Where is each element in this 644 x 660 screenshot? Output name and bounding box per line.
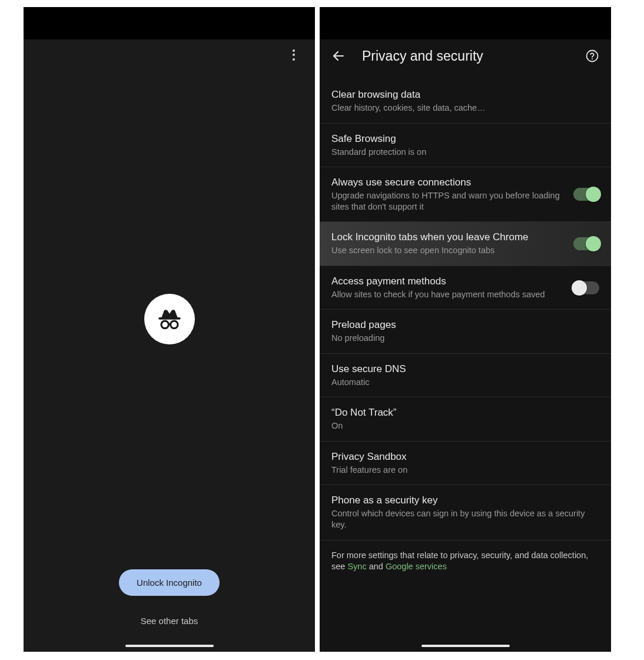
setting-row[interactable]: Safe BrowsingStandard protection is on xyxy=(320,124,611,168)
setting-text: Preload pagesNo preloading xyxy=(331,319,599,344)
google-services-link[interactable]: Google services xyxy=(386,562,447,571)
toggle-thumb xyxy=(572,280,587,296)
setting-text: Phone as a security keyControl which dev… xyxy=(331,495,599,530)
toggle-thumb xyxy=(586,236,601,251)
setting-row[interactable]: Phone as a security keyControl which dev… xyxy=(320,485,611,540)
setting-row[interactable]: “Do Not Track”On xyxy=(320,397,611,442)
setting-subtitle: Trial features are on xyxy=(331,465,599,476)
setting-title: “Do Not Track” xyxy=(331,407,599,419)
sync-link[interactable]: Sync xyxy=(347,562,366,571)
setting-subtitle: Use screen lock to see open Incognito ta… xyxy=(331,245,565,256)
setting-subtitle: Upgrade navigations to HTTPS and warn yo… xyxy=(331,190,565,212)
setting-text: Safe BrowsingStandard protection is on xyxy=(331,133,599,158)
toggle-switch[interactable] xyxy=(573,281,599,294)
setting-title: Clear browsing data xyxy=(331,89,599,101)
privacy-settings-screen: Privacy and security Clear browsing data… xyxy=(320,39,611,652)
toggle-switch[interactable] xyxy=(573,188,599,201)
setting-title: Safe Browsing xyxy=(331,133,599,145)
setting-text: “Do Not Track”On xyxy=(331,407,599,432)
svg-point-1 xyxy=(161,321,168,329)
setting-subtitle: Automatic xyxy=(331,377,599,388)
setting-text: Lock Incognito tabs when you leave Chrom… xyxy=(331,231,565,256)
setting-title: Privacy Sandbox xyxy=(331,451,599,463)
setting-text: Privacy SandboxTrial features are on xyxy=(331,451,599,476)
settings-list[interactable]: Clear browsing dataClear history, cookie… xyxy=(320,79,611,652)
toggle-switch[interactable] xyxy=(573,237,599,250)
setting-subtitle: Allow sites to check if you have payment… xyxy=(331,289,565,300)
setting-title: Preload pages xyxy=(331,319,599,331)
setting-row[interactable]: Lock Incognito tabs when you leave Chrom… xyxy=(320,222,611,266)
help-outline-icon xyxy=(585,49,599,63)
footer-text: and xyxy=(367,562,386,571)
setting-subtitle: No preloading xyxy=(331,333,599,344)
setting-title: Phone as a security key xyxy=(331,495,599,506)
more-vert-icon xyxy=(293,49,295,61)
svg-point-2 xyxy=(170,321,178,329)
setting-title: Lock Incognito tabs when you leave Chrom… xyxy=(331,231,565,243)
setting-text: Access payment methodsAllow sites to che… xyxy=(331,276,565,300)
setting-title: Always use secure connections xyxy=(331,177,565,188)
status-bar xyxy=(320,7,611,39)
setting-row[interactable]: Access payment methodsAllow sites to che… xyxy=(320,266,611,310)
svg-point-3 xyxy=(587,51,598,62)
setting-title: Access payment methods xyxy=(331,276,565,287)
setting-row[interactable]: Clear browsing dataClear history, cookie… xyxy=(320,79,611,124)
setting-row[interactable]: Always use secure connectionsUpgrade nav… xyxy=(320,167,611,222)
toggle-thumb xyxy=(586,187,601,202)
gesture-nav-handle[interactable] xyxy=(125,645,214,647)
incognito-illustration xyxy=(24,81,315,569)
unlock-incognito-button[interactable]: Unlock Incognito xyxy=(119,569,220,596)
status-bar xyxy=(24,7,315,39)
phone-left-incognito-lock: Unlock Incognito See other tabs xyxy=(24,7,315,652)
settings-header: Privacy and security xyxy=(320,39,611,79)
setting-row[interactable]: Preload pagesNo preloading xyxy=(320,310,611,354)
gesture-nav-handle[interactable] xyxy=(421,645,510,647)
setting-text: Use secure DNSAutomatic xyxy=(331,363,599,388)
phone-right-privacy-settings: Privacy and security Clear browsing data… xyxy=(320,7,611,652)
back-button[interactable] xyxy=(328,45,349,67)
toolbar xyxy=(24,39,315,81)
setting-title: Use secure DNS xyxy=(331,363,599,375)
setting-subtitle: Control which devices can sign in by usi… xyxy=(331,508,599,530)
privacy-footer-note: For more settings that relate to privacy… xyxy=(320,540,611,596)
setting-row[interactable]: Privacy SandboxTrial features are on xyxy=(320,442,611,486)
bottom-actions: Unlock Incognito See other tabs xyxy=(24,569,315,652)
setting-row[interactable]: Use secure DNSAutomatic xyxy=(320,354,611,398)
setting-text: Always use secure connectionsUpgrade nav… xyxy=(331,177,565,212)
svg-rect-0 xyxy=(158,317,181,320)
see-other-tabs-link[interactable]: See other tabs xyxy=(141,616,198,626)
setting-subtitle: Standard protection is on xyxy=(331,147,599,158)
setting-subtitle: On xyxy=(331,420,599,432)
svg-point-4 xyxy=(592,58,593,59)
page-title: Privacy and security xyxy=(362,48,569,64)
incognito-lock-screen: Unlock Incognito See other tabs xyxy=(24,39,315,652)
help-button[interactable] xyxy=(582,45,603,67)
arrow-back-icon xyxy=(331,49,346,63)
overflow-menu-button[interactable] xyxy=(283,44,304,65)
setting-subtitle: Clear history, cookies, site data, cache… xyxy=(331,102,599,114)
setting-text: Clear browsing dataClear history, cookie… xyxy=(331,89,599,114)
incognito-icon xyxy=(144,294,195,344)
